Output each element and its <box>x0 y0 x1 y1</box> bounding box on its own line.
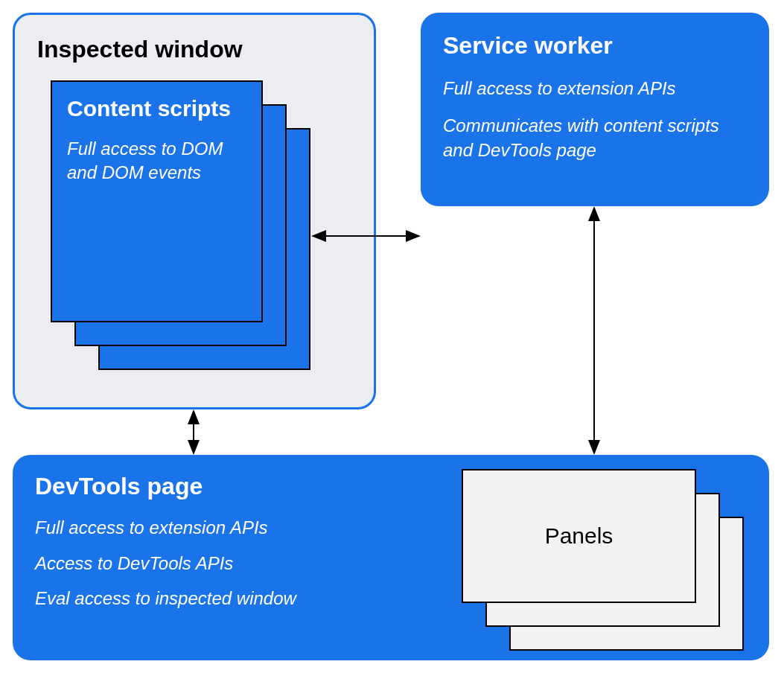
service-worker-box: Service worker Full access to extension … <box>421 13 769 206</box>
content-scripts-card-front: Content scripts Full access to DOM and D… <box>51 80 263 322</box>
panel-card-front: Panels <box>462 469 696 603</box>
panels-label: Panels <box>545 523 614 549</box>
panels-stack: Panels <box>462 469 759 663</box>
content-scripts-stack: Content scripts Full access to DOM and D… <box>51 80 311 374</box>
inspected-window-title: Inspected window <box>37 36 351 63</box>
service-worker-desc-1: Full access to extension APIs <box>443 76 747 101</box>
service-worker-desc-2: Communicates with content scripts and De… <box>443 113 747 163</box>
content-scripts-title: Content scripts <box>67 95 246 122</box>
content-scripts-desc: Full access to DOM and DOM events <box>67 137 246 185</box>
service-worker-title: Service worker <box>443 32 747 60</box>
